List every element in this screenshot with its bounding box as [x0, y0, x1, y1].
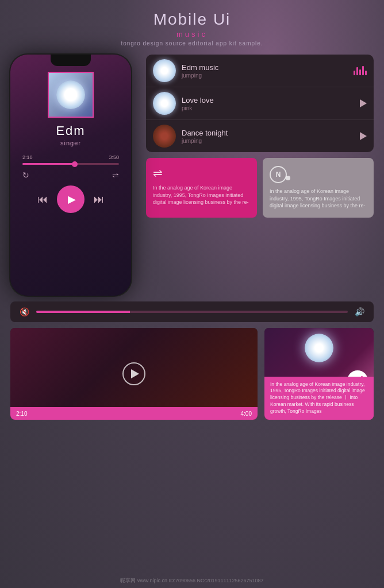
play-triangle-3: [360, 132, 367, 140]
player-controls-main: ⏮ ▶ ⏭: [37, 185, 104, 213]
video-play-button[interactable]: [122, 362, 145, 385]
video-card: 2:10 4:00: [10, 328, 258, 420]
phone-container: Edm singer 2:10 3:50 ↻ ⇌: [10, 55, 137, 296]
video-time-bar: 2:10 4:00: [10, 407, 258, 420]
page-description: tongro design source editorial app kit s…: [0, 40, 384, 47]
note-dot: [286, 176, 290, 180]
volume-low-icon: 🔇: [20, 307, 29, 316]
progress-times: 2:10 3:50: [22, 154, 119, 160]
page-subtitle: music: [0, 30, 384, 38]
track-info-1: Edm music jumping: [182, 63, 348, 79]
playlist-card: Edm music jumping Love love pink: [146, 55, 374, 152]
track-thumb-1: [153, 59, 176, 82]
song-title: Edm: [56, 123, 85, 138]
song-singer: singer: [60, 140, 81, 146]
media-row: 2:10 4:00 In the analog age of Korean im…: [10, 328, 374, 420]
card-pink-text: In the analog age of Korean image indust…: [153, 184, 250, 206]
page-title: Mobile Ui: [0, 10, 384, 29]
album-card: In the analog age of Korean image indust…: [264, 328, 374, 420]
card-gray-text: In the analog age of Korean image indust…: [270, 188, 367, 210]
progress-fill: [22, 163, 75, 165]
playlist-item-2[interactable]: Love love pink: [146, 87, 374, 120]
video-overlay: [10, 328, 258, 420]
prev-button[interactable]: ⏮: [37, 194, 48, 206]
watermark: 昵享网 www.nipic.cn ID:7090656 NO:201911111…: [0, 577, 384, 585]
right-panel: Edm music jumping Love love pink: [146, 55, 374, 296]
phone: Edm singer 2:10 3:50 ↻ ⇌: [10, 55, 131, 296]
shuffle-icon[interactable]: ⇌: [112, 171, 119, 180]
phone-screen: Edm singer 2:10 3:50 ↻ ⇌: [10, 55, 131, 296]
track-sub-2: pink: [182, 105, 354, 111]
time-total: 3:50: [109, 154, 119, 160]
header: Mobile Ui music tongro design source edi…: [0, 0, 384, 47]
volume-bar-card: 🔇 🔊: [10, 301, 374, 322]
card-gray: N In the analog age of Korean image indu…: [263, 158, 374, 218]
play-button[interactable]: ▶: [57, 185, 85, 213]
bottom-section: 🔇 🔊 2:10 4:00: [0, 296, 384, 420]
album-card-text: In the analog age of Korean image indust…: [270, 381, 368, 415]
track-thumb-2: [153, 92, 176, 115]
track-name-2: Love love: [182, 96, 354, 105]
album-card-content: In the analog age of Korean image indust…: [264, 377, 374, 420]
video-time-total: 4:00: [241, 411, 252, 417]
play-icon: ▶: [68, 193, 76, 206]
progress-bar-container: 2:10 3:50: [22, 154, 119, 165]
main-layout: Edm singer 2:10 3:50 ↻ ⇌: [0, 47, 384, 296]
track-name-3: Dance tonight: [182, 129, 354, 137]
playlist-item-1[interactable]: Edm music jumping: [146, 55, 374, 87]
player-controls-top: ↻ ⇌: [22, 171, 119, 180]
play-triangle-2: [360, 99, 367, 107]
track-name-1: Edm music: [182, 63, 348, 72]
track-sub-1: jumping: [182, 72, 348, 79]
card-gray-header: N: [270, 166, 367, 183]
cards-row: ⇌ In the analog age of Korean image indu…: [146, 158, 374, 218]
album-card-flower: [305, 334, 333, 362]
video-play-icon: [131, 369, 139, 378]
video-time-current: 2:10: [16, 411, 27, 417]
waveform-icon: [354, 66, 367, 75]
album-flower-image: [56, 80, 85, 109]
note-icon: N: [270, 166, 287, 183]
volume-track[interactable]: [36, 311, 348, 313]
card-pink: ⇌ In the analog age of Korean image indu…: [146, 158, 257, 218]
repeat-icon[interactable]: ↻: [22, 171, 29, 180]
time-current: 2:10: [22, 154, 33, 160]
track-info-3: Dance tonight jumping: [182, 129, 354, 144]
shuffle-card-icon: ⇌: [153, 166, 250, 180]
track-sub-3: jumping: [182, 138, 354, 144]
track-thumb-3: [153, 125, 176, 148]
phone-notch: [51, 55, 91, 66]
track-info-2: Love love pink: [182, 96, 354, 111]
playlist-item-3[interactable]: Dance tonight jumping: [146, 120, 374, 152]
next-button[interactable]: ⏭: [94, 194, 104, 206]
progress-dot: [72, 161, 78, 167]
progress-track[interactable]: [22, 163, 119, 165]
volume-high-icon: 🔊: [355, 307, 364, 316]
album-art: [48, 72, 94, 118]
